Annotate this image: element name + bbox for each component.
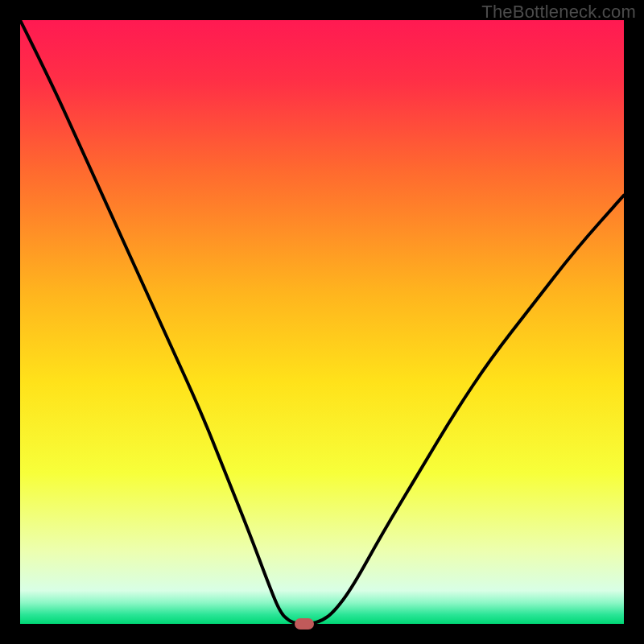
watermark-text: TheBottleneck.com [481,2,636,23]
plot-area [20,20,624,624]
bottleneck-curve [20,20,624,624]
optimal-point-marker [295,618,314,630]
